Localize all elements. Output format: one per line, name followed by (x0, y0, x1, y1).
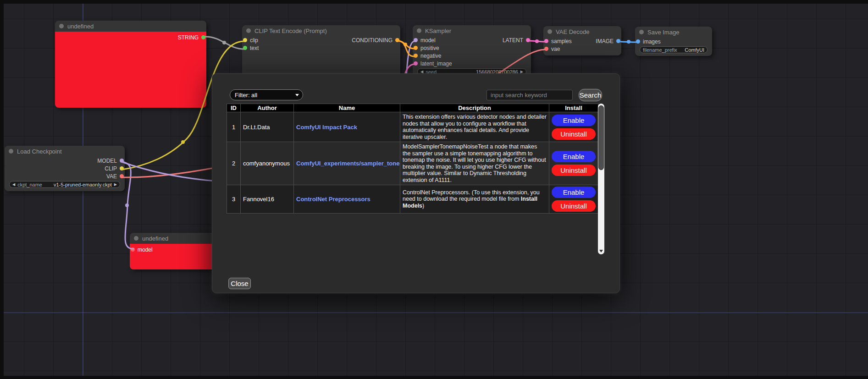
node-save-image[interactable]: Save Image images filename_prefix ComfyU… (635, 27, 712, 56)
ckpt-name-widget[interactable]: ◀ ckpt_name v1-5-pruned-emaonly.ckpt ▶ (9, 181, 120, 188)
table-header-row: ID Author Name Description Install (227, 104, 598, 112)
node-vae-decode[interactable]: VAE Decode samples IMAGE vae (543, 26, 621, 55)
extension-description: ControlNet Preprocessors. (To use this e… (400, 185, 549, 214)
node-title: VAE Decode (556, 28, 589, 35)
widget-label: filename_prefix (643, 47, 677, 53)
output-label: CONDITIONING (352, 37, 393, 44)
extension-author: Fannovel16 (241, 185, 294, 214)
output-slot-string[interactable] (201, 35, 205, 39)
input-slot-samples[interactable] (544, 39, 548, 43)
extension-link[interactable]: ComfyUI Impact Pack (296, 124, 357, 131)
node-header[interactable]: CLIP Text Encode (Prompt) (242, 25, 400, 36)
output-slot-latent[interactable] (526, 38, 530, 42)
output-slot-conditioning[interactable] (395, 38, 399, 42)
node-title: Load Checkpoint (17, 148, 62, 155)
search-input[interactable] (487, 90, 573, 100)
input-label: model (138, 247, 153, 253)
input-label: model (420, 37, 436, 44)
output-label: MODEL (97, 158, 117, 164)
extension-manager-dialog: Filter: all Search ID Author Name Descri… (212, 73, 620, 293)
node-title: undefined (142, 235, 168, 242)
output-slot-vae[interactable] (120, 174, 124, 178)
input-label: positive (420, 45, 439, 51)
extension-author: comfyanonymous (241, 142, 294, 185)
canvas-axis-horizontal (4, 312, 868, 313)
input-slot-clip[interactable] (243, 38, 247, 42)
output-slot-clip[interactable] (120, 166, 124, 170)
uninstall-button[interactable]: Uninstall (552, 128, 596, 140)
node-load-checkpoint[interactable]: Load Checkpoint MODEL CLIP VAE ◀ ckpt_na… (5, 146, 125, 191)
input-slot-model[interactable] (131, 247, 135, 252)
input-slot-positive[interactable] (414, 46, 418, 50)
extension-id: 2 (227, 142, 241, 185)
input-slot-negative[interactable] (414, 54, 418, 58)
widget-value: v1-5-pruned-emaonly.ckpt (54, 182, 112, 187)
scroll-down-arrow-icon[interactable] (599, 250, 603, 253)
input-label: text (250, 45, 259, 51)
extension-table-container: ID Author Name Description Install 1 Dr.… (227, 104, 604, 254)
node-error-body: STRING (55, 32, 206, 108)
node-header[interactable]: Save Image (635, 27, 712, 38)
uninstall-button[interactable]: Uninstall (552, 165, 596, 176)
extension-id: 1 (227, 112, 241, 142)
output-label: IMAGE (596, 38, 614, 44)
widget-value: ComfyUI (685, 47, 704, 53)
app-window: undefined STRING CLIP Text Encode (Promp… (0, 0, 868, 379)
collapse-dot-icon[interactable] (417, 28, 421, 33)
vertical-scrollbar[interactable] (598, 104, 604, 254)
node-header[interactable]: undefined (55, 21, 206, 32)
widget-label: ckpt_name (17, 182, 42, 187)
extension-row: 3 Fannovel16 ControlNet Preprocessors Co… (227, 185, 598, 214)
enable-button[interactable]: Enable (552, 151, 596, 162)
collapse-dot-icon[interactable] (59, 24, 64, 28)
collapse-dot-icon[interactable] (547, 29, 552, 34)
input-slot-images[interactable] (636, 39, 640, 44)
output-label: CLIP (105, 165, 117, 172)
node-undefined-top[interactable]: undefined STRING (55, 21, 206, 108)
input-slot-model[interactable] (414, 38, 418, 42)
node-title: KSampler (425, 27, 451, 34)
extension-row: 2 comfyanonymous ComfyUI_experiments/sam… (227, 142, 598, 185)
uninstall-button[interactable]: Uninstall (552, 200, 596, 212)
collapse-dot-icon[interactable] (639, 30, 644, 34)
column-header-author: Author (241, 104, 294, 112)
input-slot-text[interactable] (243, 46, 247, 50)
filter-select[interactable]: Filter: all (230, 89, 303, 100)
extension-description: ModelSamplerTonemapNoiseTest a node that… (400, 142, 549, 185)
search-button[interactable]: Search (579, 89, 602, 101)
input-label: vae (551, 46, 560, 52)
filename-prefix-widget[interactable]: filename_prefix ComfyUI (640, 46, 708, 53)
close-button[interactable]: Close (228, 278, 251, 289)
column-header-description: Description (400, 104, 549, 112)
input-label: negative (420, 53, 441, 59)
extension-id: 3 (227, 185, 241, 214)
scrollbar-thumb[interactable] (598, 105, 604, 170)
column-header-name: Name (294, 104, 400, 112)
node-header[interactable]: VAE Decode (543, 26, 621, 37)
node-title: undefined (67, 23, 94, 30)
next-arrow-icon[interactable]: ▶ (114, 183, 117, 187)
collapse-dot-icon[interactable] (9, 149, 13, 154)
input-slot-vae[interactable] (544, 47, 548, 51)
previous-arrow-icon[interactable]: ◀ (12, 183, 15, 187)
column-header-id: ID (227, 104, 241, 112)
extension-link[interactable]: ControlNet Preprocessors (296, 196, 370, 203)
enable-button[interactable]: Enable (552, 115, 596, 126)
output-slot-image[interactable] (616, 39, 620, 43)
input-label: images (643, 38, 661, 45)
input-slot-latent-image[interactable] (414, 61, 418, 66)
collapse-dot-icon[interactable] (134, 236, 138, 241)
output-slot-model[interactable] (120, 159, 124, 163)
input-label: latent_image (420, 60, 452, 67)
node-header[interactable]: Load Checkpoint (5, 146, 125, 157)
enable-button[interactable]: Enable (552, 187, 596, 198)
extension-link[interactable]: ComfyUI_experiments/sampler_tonemap (296, 160, 400, 167)
extension-author: Dr.Lt.Data (241, 112, 294, 142)
node-title: CLIP Text Encode (Prompt) (254, 27, 327, 34)
extension-description: This extension offers various detector n… (400, 112, 549, 142)
node-header[interactable]: KSampler (413, 25, 531, 36)
output-label: LATENT (503, 37, 523, 44)
input-label: samples (551, 38, 572, 44)
output-label: VAE (106, 173, 117, 180)
collapse-dot-icon[interactable] (246, 28, 251, 33)
